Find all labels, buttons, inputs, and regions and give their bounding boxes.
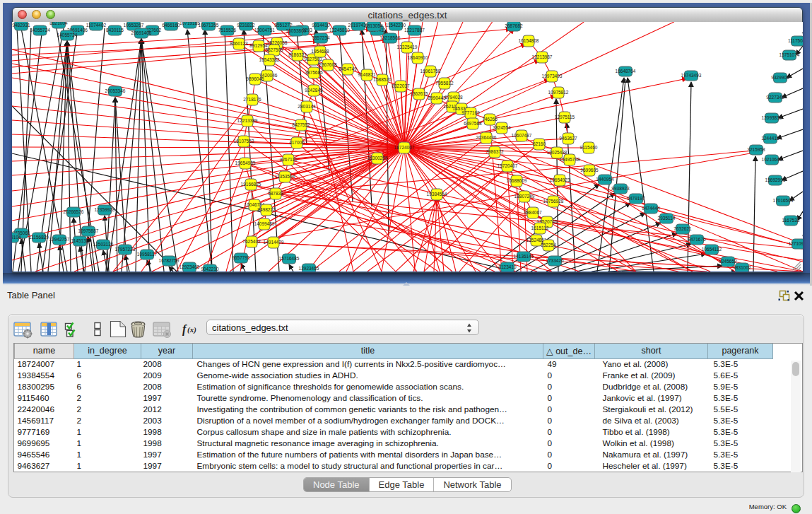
svg-text:16648764: 16648764	[616, 69, 636, 74]
svg-text:12923465: 12923465	[299, 266, 319, 271]
svg-text:8454749: 8454749	[339, 66, 357, 71]
svg-text:14914479: 14914479	[264, 240, 284, 245]
svg-text:10958117: 10958117	[137, 252, 158, 257]
svg-text:3267110: 3267110	[280, 157, 298, 162]
svg-text:19218506: 19218506	[380, 35, 401, 40]
svg-text:1588520: 1588520	[373, 77, 392, 82]
svg-text:3215958: 3215958	[747, 147, 765, 152]
svg-text:16961758: 16961758	[420, 69, 441, 74]
svg-text:9657791: 9657791	[232, 255, 250, 260]
svg-text:12503135: 12503135	[93, 242, 114, 247]
svg-text:8123410: 8123410	[498, 264, 517, 269]
svg-text:3824554: 3824554	[493, 125, 511, 130]
svg-text:1733426: 1733426	[546, 258, 564, 263]
svg-text:20053346: 20053346	[105, 88, 126, 93]
svg-text:9884067: 9884067	[524, 210, 542, 215]
svg-text:10719185: 10719185	[180, 22, 200, 25]
svg-text:10654112: 10654112	[702, 247, 722, 252]
svg-text:7515526: 7515526	[218, 28, 237, 33]
svg-text:17016504: 17016504	[773, 198, 794, 203]
svg-text:8430115: 8430115	[106, 28, 124, 33]
svg-text:16053809: 16053809	[286, 28, 307, 33]
svg-text:14055724: 14055724	[30, 28, 50, 33]
svg-text:12093832: 12093832	[762, 115, 782, 120]
svg-text:10210643: 10210643	[762, 157, 782, 162]
svg-text:18300295: 18300295	[367, 156, 388, 160]
svg-text:9242848: 9242848	[305, 88, 323, 93]
svg-text:2367608: 2367608	[319, 62, 337, 67]
svg-text:11074402: 11074402	[86, 23, 107, 28]
svg-text:10756928: 10756928	[543, 199, 564, 204]
svg-text:1244415: 1244415	[761, 136, 779, 141]
svg-text:18640910: 18640910	[408, 55, 428, 60]
svg-text:6479197: 6479197	[627, 196, 645, 201]
svg-text:16782759: 16782759	[159, 258, 180, 263]
svg-text:2803144: 2803144	[298, 104, 316, 109]
svg-text:9146821: 9146821	[358, 72, 376, 77]
svg-text:12213987: 12213987	[532, 54, 553, 59]
svg-text:1615112: 1615112	[531, 226, 549, 230]
svg-text:17957223: 17957223	[115, 247, 136, 252]
svg-text:16154808: 16154808	[519, 38, 539, 43]
svg-text:18807249: 18807249	[514, 194, 535, 199]
svg-text:8938923: 8938923	[611, 186, 630, 191]
svg-text:9231822: 9231822	[237, 23, 255, 28]
svg-text:12359928: 12359928	[95, 207, 115, 212]
svg-text:18724007: 18724007	[394, 145, 415, 150]
svg-text:9329906: 9329906	[771, 75, 789, 80]
svg-text:9042210: 9042210	[201, 267, 219, 271]
svg-text:11353594: 11353594	[275, 174, 295, 179]
svg-text:8551272: 8551272	[274, 23, 293, 28]
svg-text:9498222: 9498222	[257, 207, 276, 212]
svg-text:2718176: 2718176	[243, 97, 261, 102]
svg-text:14099489: 14099489	[254, 221, 275, 226]
svg-text:9115460: 9115460	[580, 145, 598, 150]
svg-text:62160: 62160	[533, 141, 546, 146]
svg-text:9482931: 9482931	[12, 23, 30, 28]
svg-text:12942757: 12942757	[49, 237, 70, 242]
svg-text:1954688: 1954688	[311, 49, 329, 54]
svg-text:15720407: 15720407	[498, 163, 518, 168]
svg-text:10607487: 10607487	[512, 133, 532, 138]
svg-text:9777169: 9777169	[461, 110, 480, 115]
svg-text:11542200: 11542200	[386, 23, 406, 28]
svg-text:f: f	[182, 323, 187, 336]
svg-text:10653267: 10653267	[124, 23, 144, 28]
svg-text:1167533: 1167533	[782, 218, 800, 223]
svg-text:12710945: 12710945	[789, 241, 803, 246]
svg-text:10688609: 10688609	[507, 178, 527, 183]
svg-text:15692991: 15692991	[765, 177, 786, 182]
svg-text:252254: 252254	[541, 243, 556, 247]
svg-text:7955812: 7955812	[435, 81, 454, 86]
svg-text:587833: 587833	[268, 191, 283, 196]
svg-text:15716485: 15716485	[279, 256, 300, 261]
svg-text:7632621: 7632621	[673, 226, 692, 231]
svg-text:(x): (x)	[187, 325, 196, 334]
svg-text:12245810: 12245810	[329, 28, 350, 33]
svg-text:7625402: 7625402	[242, 239, 261, 244]
svg-text:9914410: 9914410	[312, 23, 330, 28]
svg-text:10975887: 10975887	[78, 228, 99, 233]
svg-text:6466160: 6466160	[162, 23, 180, 28]
svg-text:1145138: 1145138	[71, 238, 89, 243]
svg-text:13325419: 13325419	[397, 45, 418, 49]
svg-text:8660123: 8660123	[230, 41, 248, 46]
svg-text:8990443: 8990443	[428, 95, 446, 100]
svg-text:16107553: 16107553	[234, 139, 254, 144]
svg-text:19654985: 19654985	[235, 160, 256, 165]
svg-text:9896045: 9896045	[246, 76, 264, 81]
svg-text:417006: 417006	[289, 140, 305, 145]
svg-text:12923465: 12923465	[180, 264, 200, 269]
svg-text:14055724: 14055724	[57, 33, 78, 37]
svg-text:9474444: 9474444	[642, 206, 660, 211]
svg-text:10671355: 10671355	[199, 23, 219, 28]
svg-text:7857234: 7857234	[312, 35, 330, 40]
svg-text:11175049: 11175049	[788, 38, 803, 43]
svg-text:19743493: 19743493	[681, 73, 702, 78]
svg-text:9463627: 9463627	[559, 136, 577, 141]
svg-text:9699695: 9699695	[580, 168, 599, 173]
svg-text:9827509: 9827509	[265, 47, 283, 52]
svg-text:10975812: 10975812	[548, 90, 569, 95]
svg-text:19654923: 19654923	[550, 177, 570, 182]
svg-text:10025438: 10025438	[547, 150, 567, 155]
